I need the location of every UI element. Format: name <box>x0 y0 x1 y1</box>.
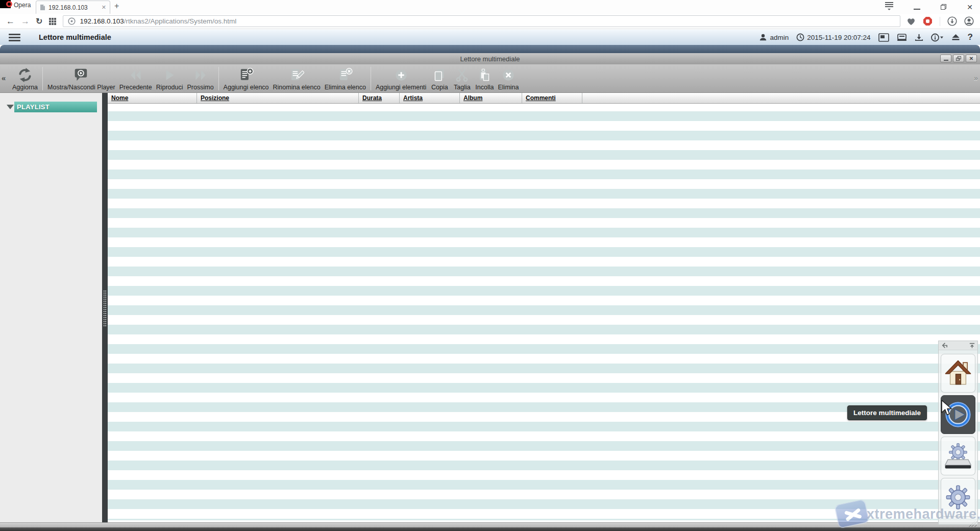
paste-icon <box>477 67 492 83</box>
page-icon <box>40 4 45 11</box>
divider <box>940 17 940 26</box>
playlist-table-body <box>108 104 980 522</box>
user-icon <box>759 33 767 41</box>
toolbar-expand-button[interactable]: » <box>974 74 978 82</box>
downloads-icon[interactable] <box>947 16 957 26</box>
copy-icon <box>432 67 447 83</box>
browser-address-bar: ← → ↻ 192.168.0.103/rtknas2/Applications… <box>0 14 980 29</box>
toolbar-button-incolla[interactable]: Incolla <box>473 66 496 91</box>
column-header-durata[interactable]: Durata <box>359 93 400 103</box>
browser-restore-button[interactable] <box>941 4 946 10</box>
opera-logo-icon[interactable] <box>0 0 11 8</box>
window-title-bar[interactable]: Lettore multimediale ✕ <box>0 53 980 64</box>
speed-dial-icon[interactable] <box>48 17 57 26</box>
column-header-nome[interactable]: Nome <box>108 93 197 103</box>
new-tab-button[interactable]: + <box>114 2 119 10</box>
app-title: Lettore multimediale <box>39 33 111 41</box>
tooltip: Lettore multimediale <box>847 405 927 420</box>
bookmark-heart-icon[interactable] <box>906 17 916 26</box>
toolbar-button-label: Incolla <box>475 83 494 91</box>
toolbar: « » Aggiorna Mostra/Nascondi Player Prec… <box>0 64 980 93</box>
browser-close-button[interactable]: ✕ <box>967 3 973 11</box>
dock-item-home[interactable] <box>941 354 975 393</box>
toolbar-button-label: Taglia <box>454 83 471 91</box>
sidebar-item-playlist[interactable]: PLAYLIST <box>0 102 102 112</box>
info-dropdown-button[interactable] <box>931 33 944 42</box>
window-restore-button[interactable] <box>953 55 964 62</box>
toolbar-separator <box>218 67 219 90</box>
toolbar-button-riproduci[interactable]: Riproduci <box>154 66 185 91</box>
app-header: Lettore multimediale admin 2015-11-19 20… <box>0 29 980 45</box>
expander-triangle-icon[interactable] <box>7 105 14 109</box>
toolbar-button-rinomina-elenco[interactable]: Rinomina elenco <box>271 66 323 91</box>
playlist-label: PLAYLIST <box>14 103 50 111</box>
header-right: admin 2015-11-19 20:07:24 ? <box>759 32 973 42</box>
window-title: Lettore multimediale <box>0 55 980 63</box>
wallpaper-button[interactable] <box>878 33 889 42</box>
column-header-artista[interactable]: Artista <box>400 93 460 103</box>
playlist-table: Nome Posizione Durata Artista Album Comm… <box>108 93 980 522</box>
toolbar-button-label: Aggiorna <box>12 83 38 91</box>
browser-window-controls: ✕ <box>885 2 973 12</box>
browser-menu-icon[interactable] <box>885 2 893 12</box>
toolbar-button-label: Precedente <box>119 83 152 91</box>
browser-tab-bar: Opera 192.168.0.103 ✕ + ✕ <box>0 0 980 14</box>
toolbar-button-label: Aggiungi elementi <box>376 83 426 91</box>
toolbar-button-prossimo[interactable]: Prossimo <box>185 66 216 91</box>
toolbar-button-label: Prossimo <box>187 83 214 91</box>
download-manager-button[interactable] <box>915 33 923 42</box>
dock-item-storage-manager[interactable] <box>941 437 975 475</box>
user-indicator[interactable]: admin <box>759 33 789 41</box>
toolbar-button-elimina-elenco[interactable]: Elimina elenco <box>323 66 368 91</box>
toolbar-button-aggiorna[interactable]: Aggiorna <box>10 66 40 91</box>
toolbar-button-label: Aggiungi elenco <box>224 83 269 91</box>
toolbar-button-label: Riproduci <box>156 83 183 91</box>
back-button[interactable]: ← <box>6 17 15 26</box>
column-header-album[interactable]: Album <box>460 93 522 103</box>
url-path: /rtknas2/Applications/System/os.html <box>124 17 237 25</box>
toolbar-button-taglia[interactable]: Taglia <box>451 66 473 91</box>
dock-back-icon[interactable] <box>941 342 948 349</box>
eject-button[interactable] <box>951 33 960 41</box>
url-input[interactable]: 192.168.0.103/rtknas2/Applications/Syste… <box>63 15 900 27</box>
tab-close-icon[interactable]: ✕ <box>102 5 106 10</box>
toolbar-button-mostra-nascondi-player[interactable]: Mostra/Nascondi Player <box>45 66 117 91</box>
account-icon[interactable] <box>964 16 974 26</box>
help-button[interactable]: ? <box>968 32 973 42</box>
toolbar-button-aggiungi-elenco[interactable]: Aggiungi elenco <box>222 66 271 91</box>
dock-collapse-icon[interactable] <box>969 342 975 349</box>
mouse-cursor-icon <box>941 400 953 418</box>
toolbar-button-aggiungi-elementi[interactable]: Aggiungi elementi <box>374 66 428 91</box>
next-icon <box>193 67 208 83</box>
site-badge-icon[interactable] <box>68 17 76 25</box>
toolbar-button-copia[interactable]: Copia <box>428 66 451 91</box>
add-list-icon <box>238 67 254 83</box>
reload-button[interactable]: ↻ <box>36 17 42 26</box>
playlist-selected-bar[interactable]: PLAYLIST <box>14 102 97 112</box>
home-icon <box>943 358 973 388</box>
forward-button[interactable]: → <box>21 17 30 26</box>
toolbar-button-label: Elimina elenco <box>325 83 366 91</box>
toolbar-button-precedente[interactable]: Precedente <box>117 66 154 91</box>
splitter-grip[interactable] <box>103 290 107 327</box>
sidebar-splitter[interactable] <box>102 93 108 522</box>
column-header-posizione[interactable]: Posizione <box>197 93 359 103</box>
opera-brand-label[interactable]: Opera <box>14 2 31 9</box>
sidebar: PLAYLIST <box>0 93 102 522</box>
toolbar-collapse-button[interactable]: « <box>2 74 6 82</box>
window-frame-bottom <box>0 527 980 531</box>
window-close-button[interactable]: ✕ <box>966 55 977 62</box>
browser-minimize-button[interactable] <box>914 5 920 10</box>
main-area: PLAYLIST Nome Posizione Durata Artista A… <box>0 93 980 522</box>
clock-icon <box>796 33 804 41</box>
storage-gear-icon <box>943 441 973 471</box>
add-items-icon <box>394 67 409 83</box>
device-button[interactable] <box>897 33 907 42</box>
toolbar-button-elimina[interactable]: Elimina <box>496 66 521 91</box>
main-menu-icon[interactable] <box>9 34 20 41</box>
browser-tab[interactable]: 192.168.0.103 ✕ <box>36 1 110 14</box>
delete-icon <box>501 67 516 83</box>
column-header-commenti[interactable]: Commenti <box>522 93 582 103</box>
adblock-badge-icon[interactable] <box>923 16 933 26</box>
window-minimize-button[interactable] <box>940 55 951 62</box>
